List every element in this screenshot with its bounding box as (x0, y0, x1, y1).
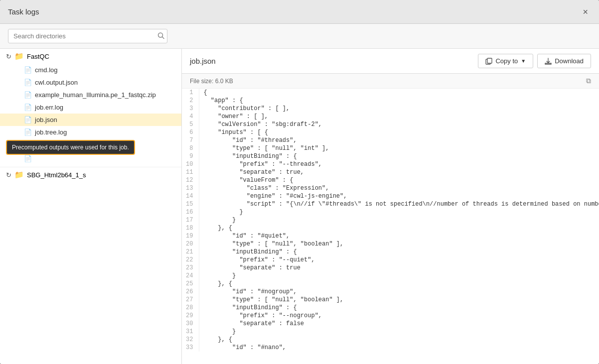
line-number: 21 (182, 248, 199, 256)
file-size: File size: 6.0 KB (190, 78, 233, 85)
list-item-selected[interactable]: 📄 job.json (0, 114, 181, 126)
copy-content-icon[interactable]: ⧉ (586, 77, 591, 85)
copy-to-button[interactable]: Copy to ▼ (478, 54, 533, 68)
line-code: "id" : "#quiet", (199, 232, 599, 240)
line-number: 7 (182, 136, 199, 144)
line-code: }, { (199, 336, 599, 344)
line-number: 6 (182, 128, 199, 136)
modal-header: Task logs × (0, 0, 599, 24)
close-button[interactable]: × (580, 5, 591, 18)
line-code: "id" : "#nano", (199, 344, 599, 352)
line-code: } (199, 328, 599, 336)
sidebar-folder-fastqc[interactable]: ↻ 📁 FastQC (0, 49, 181, 64)
table-row: 25 }, { (182, 280, 599, 288)
file-title: job.json (190, 57, 216, 65)
line-code: } (199, 272, 599, 280)
list-item[interactable]: 📄 example_human_Illumina.pe_1_fastqc.zip (0, 89, 181, 101)
line-number: 30 (182, 320, 199, 328)
line-code: "contributor" : [ ], (199, 105, 599, 113)
line-number: 8 (182, 144, 199, 152)
refresh-icon-fastqc[interactable]: ↻ (6, 53, 11, 60)
file-icon: 📄 (24, 116, 32, 123)
svg-rect-3 (487, 58, 492, 63)
line-code: "separate" : true, (199, 168, 599, 176)
line-number: 5 (182, 121, 199, 128)
file-name: cwl.output.json (35, 79, 78, 86)
line-number: 22 (182, 256, 199, 264)
table-row: 4 "owner" : [ ], (182, 113, 599, 121)
file-icon: 📄 (24, 66, 32, 74)
file-icon: 📄 (24, 104, 32, 111)
table-row: 17 } (182, 216, 599, 224)
list-item[interactable]: 📄 cwl.output.json (0, 76, 181, 89)
line-number: 24 (182, 272, 199, 280)
table-row: 18 }, { (182, 224, 599, 232)
search-input[interactable] (8, 29, 167, 43)
search-icon-button[interactable] (157, 32, 164, 40)
table-row: 3 "contributor" : [ ], (182, 105, 599, 113)
action-buttons: Copy to ▼ Download (478, 54, 591, 68)
table-row: 33 "id" : "#nano", (182, 344, 599, 352)
file-icon: 📄 (24, 128, 32, 136)
modal-title: Task logs (8, 7, 39, 16)
line-code: "cwlVersion" : "sbg:draft-2", (199, 121, 599, 128)
line-code: "owner" : [ ], (199, 113, 599, 121)
code-viewer[interactable]: 1{2 "app" : {3 "contributor" : [ ],4 "ow… (182, 89, 599, 364)
line-number: 17 (182, 216, 199, 224)
line-code: } (199, 208, 599, 216)
line-number: 3 (182, 105, 199, 113)
sidebar-folder-sbg[interactable]: ↻ 📁 SBG_Html2b64_1_s (0, 167, 181, 182)
file-name: job.json (35, 116, 57, 123)
table-row: 16 } (182, 208, 599, 216)
line-code: "inputs" : [ { (199, 128, 599, 136)
table-row: 6 "inputs" : [ { (182, 128, 599, 136)
copy-to-label: Copy to (495, 57, 518, 65)
line-number: 28 (182, 304, 199, 312)
line-code: "separate" : false (199, 320, 599, 328)
refresh-icon-sbg[interactable]: ↻ (6, 171, 11, 179)
table-row: 26 "id" : "#nogroup", (182, 288, 599, 296)
content-header: job.json Copy to ▼ (182, 49, 599, 74)
table-row: 8 "type" : [ "null", "int" ], (182, 144, 599, 152)
table-row: 30 "separate" : false (182, 320, 599, 328)
table-row: 10 "prefix" : "--threads", (182, 160, 599, 168)
file-name: cmd.log (35, 66, 58, 74)
list-item-with-tooltip[interactable]: 📄 job.tree.log Precomputed outputs were … (0, 126, 181, 138)
line-code: }, { (199, 280, 599, 288)
line-number: 13 (182, 184, 199, 192)
line-number: 10 (182, 160, 199, 168)
table-row: 20 "type" : [ "null", "boolean" ], (182, 240, 599, 248)
table-row: 14 "engine" : "#cwl-js-engine", (182, 192, 599, 200)
table-row: 23 "separate" : true (182, 264, 599, 272)
table-row: 32 }, { (182, 336, 599, 344)
file-name: example_human_Illumina.pe_1_fastqc.zip (35, 91, 156, 99)
line-code: "app" : { (199, 97, 599, 105)
line-number: 31 (182, 328, 199, 336)
list-item[interactable]: 📄 cmd.log (0, 64, 181, 76)
folder-label-fastqc: FastQC (27, 53, 49, 60)
table-row: 11 "separate" : true, (182, 168, 599, 176)
line-number: 26 (182, 288, 199, 296)
folder-icon-fastqc: 📁 (14, 52, 24, 61)
line-number: 33 (182, 344, 199, 352)
line-code: "prefix" : "--quiet", (199, 256, 599, 264)
file-icon: 📄 (24, 79, 32, 86)
line-code: "inputBinding" : { (199, 248, 599, 256)
list-item[interactable]: 📄 job.err.log (0, 101, 181, 114)
table-row: 5 "cwlVersion" : "sbg:draft-2", (182, 121, 599, 128)
line-number: 25 (182, 280, 199, 288)
task-logs-modal: Task logs × ↻ 📁 (0, 0, 599, 364)
file-icon: 📄 (24, 91, 32, 99)
line-number: 14 (182, 192, 199, 200)
line-number: 9 (182, 152, 199, 160)
line-code: "separate" : true (199, 264, 599, 272)
search-wrapper (8, 29, 167, 43)
file-info-bar: File size: 6.0 KB ⧉ (182, 74, 599, 89)
download-button[interactable]: Download (537, 54, 591, 68)
line-code: { (199, 89, 599, 97)
svg-line-1 (162, 37, 164, 39)
line-code: } (199, 216, 599, 224)
line-code: "inputBinding" : { (199, 304, 599, 312)
line-code: "engine" : "#cwl-js-engine", (199, 192, 599, 200)
table-row: 7 "id" : "#threads", (182, 136, 599, 144)
